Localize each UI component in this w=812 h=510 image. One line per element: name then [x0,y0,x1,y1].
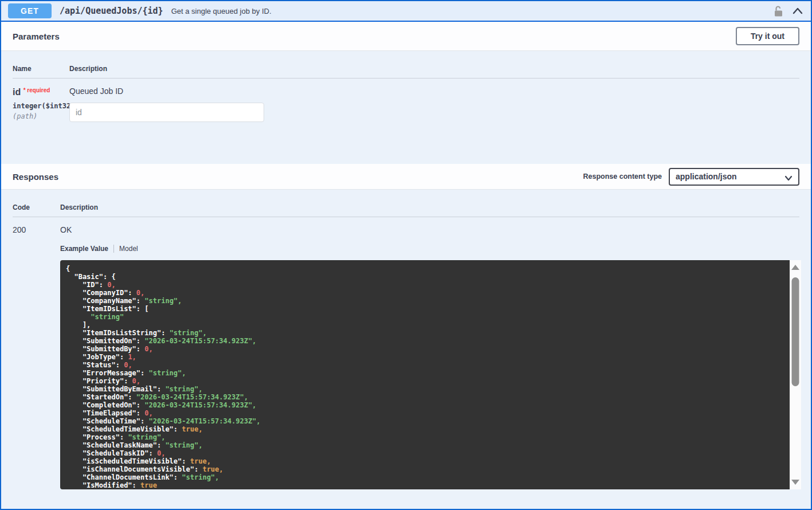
scrollbar-up-arrow-icon[interactable] [791,265,799,270]
parameters-title: Parameters [13,32,60,41]
tab-divider [113,245,114,253]
example-model-tabs: Example Value Model [60,245,801,253]
parameter-row-id: id * required integer($int32) (path) Que… [13,79,799,122]
scrollbar-thumb[interactable] [792,277,799,386]
scrollbar-down-arrow-icon[interactable] [791,480,799,485]
parameter-type: integer($int32) [13,102,69,111]
parameter-name: id [13,87,21,97]
example-code: { "Basic": { "ID": 0, "CompanyID": 0, "C… [60,260,790,489]
unlock-icon[interactable] [774,5,783,17]
responses-header-band: Responses Response content type applicat… [1,164,811,190]
endpoint-summary-text: Get a single queued job by ID. [171,7,272,15]
responses-table-header: Code Description [13,203,799,217]
response-description: OK [60,225,801,234]
content-type-label: Response content type [583,172,662,181]
responses-title: Responses [13,172,58,182]
content-type-value: application/json [676,172,737,181]
col-header-code: Code [13,203,60,211]
response-row-200: 200 OK Example Value Model { "Basic": { … [13,217,799,489]
parameter-id-input[interactable] [69,103,264,122]
responses-table: Code Description 200 OK Example Value Mo… [1,190,811,509]
http-method-badge: GET [8,3,52,18]
tab-model[interactable]: Model [119,245,138,253]
tab-example-value[interactable]: Example Value [60,245,108,253]
parameter-required-badge: * required [23,87,50,93]
parameters-table: Name Description id * required integer($… [1,51,811,164]
content-type-select[interactable]: application/json [669,168,799,186]
col-header-response-description: Description [60,203,799,211]
try-it-out-button[interactable]: Try it out [736,27,799,45]
response-description-cell: OK Example Value Model { "Basic": { "ID"… [60,225,801,489]
chevron-down-icon [784,174,793,184]
endpoint-summary-header[interactable]: GET /api/QueuedJobs/{id} Get a single qu… [1,1,811,22]
col-header-description: Description [69,65,799,73]
parameter-description: Queued Job ID [69,87,799,96]
parameter-name-cell: id * required integer($int32) (path) [13,87,69,122]
parameters-header-band: Parameters Try it out [1,22,811,51]
response-code: 200 [13,225,60,489]
api-operation-panel: GET /api/QueuedJobs/{id} Get a single qu… [0,0,812,510]
chevron-up-icon[interactable] [791,5,804,17]
parameter-location: (path) [13,112,69,121]
parameters-table-header: Name Description [13,65,799,79]
example-value-container: { "Basic": { "ID": 0, "CompanyID": 0, "C… [60,260,801,489]
col-header-name: Name [13,65,69,73]
parameter-description-cell: Queued Job ID [69,87,799,122]
endpoint-path: /api/QueuedJobs/{id} [60,6,163,16]
code-scrollbar[interactable] [790,260,801,489]
